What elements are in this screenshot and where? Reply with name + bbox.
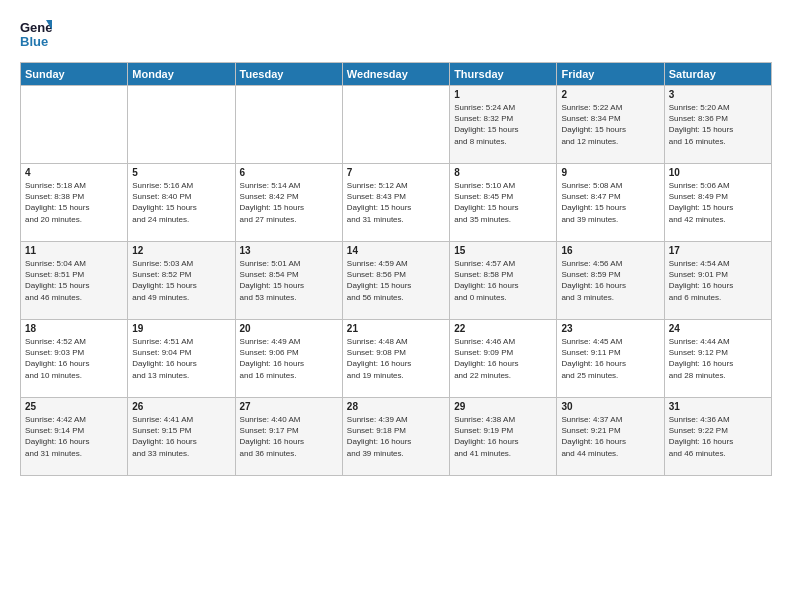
calendar-cell: 13Sunrise: 5:01 AM Sunset: 8:54 PM Dayli… xyxy=(235,242,342,320)
cell-content: Sunrise: 4:40 AM Sunset: 9:17 PM Dayligh… xyxy=(240,414,338,459)
day-header-thursday: Thursday xyxy=(450,63,557,86)
cell-content: Sunrise: 4:54 AM Sunset: 9:01 PM Dayligh… xyxy=(669,258,767,303)
cell-content: Sunrise: 4:42 AM Sunset: 9:14 PM Dayligh… xyxy=(25,414,123,459)
calendar-cell: 21Sunrise: 4:48 AM Sunset: 9:08 PM Dayli… xyxy=(342,320,449,398)
day-number: 21 xyxy=(347,323,445,334)
cell-content: Sunrise: 4:39 AM Sunset: 9:18 PM Dayligh… xyxy=(347,414,445,459)
week-row-1: 1Sunrise: 5:24 AM Sunset: 8:32 PM Daylig… xyxy=(21,86,772,164)
calendar-cell: 1Sunrise: 5:24 AM Sunset: 8:32 PM Daylig… xyxy=(450,86,557,164)
cell-content: Sunrise: 4:49 AM Sunset: 9:06 PM Dayligh… xyxy=(240,336,338,381)
day-number: 27 xyxy=(240,401,338,412)
calendar-cell: 28Sunrise: 4:39 AM Sunset: 9:18 PM Dayli… xyxy=(342,398,449,476)
day-number: 10 xyxy=(669,167,767,178)
calendar-cell: 27Sunrise: 4:40 AM Sunset: 9:17 PM Dayli… xyxy=(235,398,342,476)
cell-content: Sunrise: 4:38 AM Sunset: 9:19 PM Dayligh… xyxy=(454,414,552,459)
cell-content: Sunrise: 4:59 AM Sunset: 8:56 PM Dayligh… xyxy=(347,258,445,303)
day-number: 19 xyxy=(132,323,230,334)
cell-content: Sunrise: 5:18 AM Sunset: 8:38 PM Dayligh… xyxy=(25,180,123,225)
calendar-cell: 7Sunrise: 5:12 AM Sunset: 8:43 PM Daylig… xyxy=(342,164,449,242)
week-row-5: 25Sunrise: 4:42 AM Sunset: 9:14 PM Dayli… xyxy=(21,398,772,476)
calendar-cell: 5Sunrise: 5:16 AM Sunset: 8:40 PM Daylig… xyxy=(128,164,235,242)
day-number: 15 xyxy=(454,245,552,256)
cell-content: Sunrise: 5:20 AM Sunset: 8:36 PM Dayligh… xyxy=(669,102,767,147)
cell-content: Sunrise: 5:03 AM Sunset: 8:52 PM Dayligh… xyxy=(132,258,230,303)
cell-content: Sunrise: 5:10 AM Sunset: 8:45 PM Dayligh… xyxy=(454,180,552,225)
calendar-cell: 9Sunrise: 5:08 AM Sunset: 8:47 PM Daylig… xyxy=(557,164,664,242)
svg-text:Blue: Blue xyxy=(20,34,48,49)
calendar-cell: 6Sunrise: 5:14 AM Sunset: 8:42 PM Daylig… xyxy=(235,164,342,242)
day-header-wednesday: Wednesday xyxy=(342,63,449,86)
day-number: 14 xyxy=(347,245,445,256)
cell-content: Sunrise: 5:08 AM Sunset: 8:47 PM Dayligh… xyxy=(561,180,659,225)
cell-content: Sunrise: 5:06 AM Sunset: 8:49 PM Dayligh… xyxy=(669,180,767,225)
day-number: 25 xyxy=(25,401,123,412)
day-number: 1 xyxy=(454,89,552,100)
cell-content: Sunrise: 5:22 AM Sunset: 8:34 PM Dayligh… xyxy=(561,102,659,147)
cell-content: Sunrise: 4:44 AM Sunset: 9:12 PM Dayligh… xyxy=(669,336,767,381)
day-number: 22 xyxy=(454,323,552,334)
day-number: 9 xyxy=(561,167,659,178)
calendar-page: General Blue SundayMondayTuesdayWednesda… xyxy=(0,0,792,612)
calendar-cell: 2Sunrise: 5:22 AM Sunset: 8:34 PM Daylig… xyxy=(557,86,664,164)
cell-content: Sunrise: 5:24 AM Sunset: 8:32 PM Dayligh… xyxy=(454,102,552,147)
cell-content: Sunrise: 5:04 AM Sunset: 8:51 PM Dayligh… xyxy=(25,258,123,303)
calendar-cell xyxy=(235,86,342,164)
calendar-cell: 10Sunrise: 5:06 AM Sunset: 8:49 PM Dayli… xyxy=(664,164,771,242)
day-header-monday: Monday xyxy=(128,63,235,86)
calendar-cell: 23Sunrise: 4:45 AM Sunset: 9:11 PM Dayli… xyxy=(557,320,664,398)
calendar-cell: 29Sunrise: 4:38 AM Sunset: 9:19 PM Dayli… xyxy=(450,398,557,476)
day-number: 13 xyxy=(240,245,338,256)
cell-content: Sunrise: 4:41 AM Sunset: 9:15 PM Dayligh… xyxy=(132,414,230,459)
day-number: 7 xyxy=(347,167,445,178)
calendar-cell: 18Sunrise: 4:52 AM Sunset: 9:03 PM Dayli… xyxy=(21,320,128,398)
calendar-cell: 3Sunrise: 5:20 AM Sunset: 8:36 PM Daylig… xyxy=(664,86,771,164)
cell-content: Sunrise: 5:01 AM Sunset: 8:54 PM Dayligh… xyxy=(240,258,338,303)
calendar-cell: 26Sunrise: 4:41 AM Sunset: 9:15 PM Dayli… xyxy=(128,398,235,476)
cell-content: Sunrise: 4:52 AM Sunset: 9:03 PM Dayligh… xyxy=(25,336,123,381)
day-number: 8 xyxy=(454,167,552,178)
header-row: SundayMondayTuesdayWednesdayThursdayFrid… xyxy=(21,63,772,86)
logo-svg: General Blue xyxy=(20,16,52,52)
day-number: 28 xyxy=(347,401,445,412)
cell-content: Sunrise: 4:57 AM Sunset: 8:58 PM Dayligh… xyxy=(454,258,552,303)
header: General Blue xyxy=(20,16,772,52)
day-number: 23 xyxy=(561,323,659,334)
calendar-cell: 11Sunrise: 5:04 AM Sunset: 8:51 PM Dayli… xyxy=(21,242,128,320)
day-number: 4 xyxy=(25,167,123,178)
calendar-cell: 20Sunrise: 4:49 AM Sunset: 9:06 PM Dayli… xyxy=(235,320,342,398)
week-row-4: 18Sunrise: 4:52 AM Sunset: 9:03 PM Dayli… xyxy=(21,320,772,398)
calendar-cell: 25Sunrise: 4:42 AM Sunset: 9:14 PM Dayli… xyxy=(21,398,128,476)
calendar-cell xyxy=(342,86,449,164)
cell-content: Sunrise: 5:12 AM Sunset: 8:43 PM Dayligh… xyxy=(347,180,445,225)
cell-content: Sunrise: 4:36 AM Sunset: 9:22 PM Dayligh… xyxy=(669,414,767,459)
day-number: 30 xyxy=(561,401,659,412)
cell-content: Sunrise: 4:37 AM Sunset: 9:21 PM Dayligh… xyxy=(561,414,659,459)
day-header-saturday: Saturday xyxy=(664,63,771,86)
day-header-sunday: Sunday xyxy=(21,63,128,86)
calendar-cell: 8Sunrise: 5:10 AM Sunset: 8:45 PM Daylig… xyxy=(450,164,557,242)
svg-text:General: General xyxy=(20,20,52,35)
calendar-cell: 22Sunrise: 4:46 AM Sunset: 9:09 PM Dayli… xyxy=(450,320,557,398)
day-number: 20 xyxy=(240,323,338,334)
calendar-cell: 15Sunrise: 4:57 AM Sunset: 8:58 PM Dayli… xyxy=(450,242,557,320)
day-number: 24 xyxy=(669,323,767,334)
cell-content: Sunrise: 5:14 AM Sunset: 8:42 PM Dayligh… xyxy=(240,180,338,225)
cell-content: Sunrise: 4:46 AM Sunset: 9:09 PM Dayligh… xyxy=(454,336,552,381)
calendar-cell xyxy=(21,86,128,164)
calendar-cell: 17Sunrise: 4:54 AM Sunset: 9:01 PM Dayli… xyxy=(664,242,771,320)
logo: General Blue xyxy=(20,16,52,52)
day-number: 18 xyxy=(25,323,123,334)
day-number: 16 xyxy=(561,245,659,256)
calendar-cell: 19Sunrise: 4:51 AM Sunset: 9:04 PM Dayli… xyxy=(128,320,235,398)
week-row-2: 4Sunrise: 5:18 AM Sunset: 8:38 PM Daylig… xyxy=(21,164,772,242)
calendar-cell: 31Sunrise: 4:36 AM Sunset: 9:22 PM Dayli… xyxy=(664,398,771,476)
calendar-cell: 14Sunrise: 4:59 AM Sunset: 8:56 PM Dayli… xyxy=(342,242,449,320)
day-number: 11 xyxy=(25,245,123,256)
calendar-table: SundayMondayTuesdayWednesdayThursdayFrid… xyxy=(20,62,772,476)
day-number: 29 xyxy=(454,401,552,412)
cell-content: Sunrise: 4:45 AM Sunset: 9:11 PM Dayligh… xyxy=(561,336,659,381)
calendar-cell: 12Sunrise: 5:03 AM Sunset: 8:52 PM Dayli… xyxy=(128,242,235,320)
calendar-cell: 4Sunrise: 5:18 AM Sunset: 8:38 PM Daylig… xyxy=(21,164,128,242)
day-number: 5 xyxy=(132,167,230,178)
week-row-3: 11Sunrise: 5:04 AM Sunset: 8:51 PM Dayli… xyxy=(21,242,772,320)
